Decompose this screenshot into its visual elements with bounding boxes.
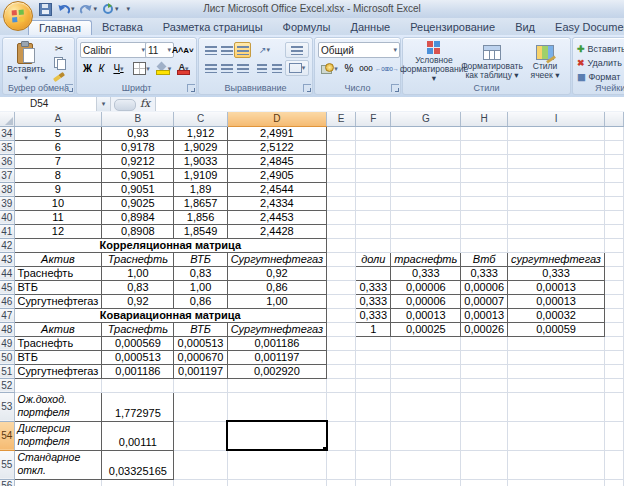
cell-I39[interactable] xyxy=(508,196,605,210)
cell-D41[interactable]: 2,4428 xyxy=(227,224,326,238)
col-header-H[interactable]: H xyxy=(461,112,508,126)
cell-I50[interactable] xyxy=(508,350,605,364)
cell-I47[interactable]: 0,00032 xyxy=(508,308,605,322)
cell-F46[interactable]: 0,333 xyxy=(356,294,391,308)
quick-access-custom-button[interactable]: ▾ xyxy=(101,2,120,16)
insert-cells-button[interactable]: ✚Вставить xyxy=(576,42,624,56)
cell-B44[interactable]: 1,00 xyxy=(102,266,174,280)
cell-H41[interactable] xyxy=(461,224,508,238)
cell-E42[interactable] xyxy=(327,238,356,252)
redo-dropdown-icon[interactable]: ▾ xyxy=(94,5,98,13)
row-header-46[interactable]: 46 xyxy=(0,294,14,308)
cell-A44[interactable]: Траснефть xyxy=(14,266,102,280)
cell-J48[interactable] xyxy=(604,322,623,336)
tab-easy-document-creator[interactable]: Easy Document Creator xyxy=(545,20,624,35)
cell-J46[interactable] xyxy=(604,294,623,308)
cell-I40[interactable] xyxy=(508,210,605,224)
cell-F41[interactable] xyxy=(356,224,391,238)
conditional-formatting-button[interactable]: Условное форматирование ▾ xyxy=(405,40,463,84)
cell-C56[interactable] xyxy=(174,479,227,486)
cell-I42[interactable] xyxy=(508,238,605,252)
cell-J51[interactable] xyxy=(604,364,623,378)
cell-A37[interactable]: 8 xyxy=(14,168,102,182)
cell-F40[interactable] xyxy=(356,210,391,224)
cell-G49[interactable] xyxy=(391,336,461,350)
cell-C51[interactable]: 0,001197 xyxy=(174,364,227,378)
cell-J45[interactable] xyxy=(604,280,623,294)
cell-D43[interactable]: Сургутнефтегаз xyxy=(227,252,326,266)
tab-razmetka[interactable]: Разметка страницы xyxy=(153,20,273,35)
cell-A40[interactable]: 11 xyxy=(14,210,102,224)
cell-G53[interactable] xyxy=(391,392,461,421)
cell-D46[interactable]: 1,00 xyxy=(227,294,326,308)
cell-C43[interactable]: ВТБ xyxy=(174,252,227,266)
cell-F51[interactable] xyxy=(356,364,391,378)
copy-button[interactable] xyxy=(48,55,70,70)
cell-A34[interactable]: 5 xyxy=(14,126,102,140)
cell-F52[interactable] xyxy=(356,378,391,392)
cell-F39[interactable] xyxy=(356,196,391,210)
cell-G43[interactable]: траснефть xyxy=(391,252,461,266)
cell-E36[interactable] xyxy=(327,154,356,168)
cell-B40[interactable]: 0,8984 xyxy=(102,210,174,224)
align-left-button[interactable] xyxy=(202,60,219,76)
cell-G39[interactable] xyxy=(391,196,461,210)
font-color-button[interactable]: А▾ xyxy=(173,60,194,77)
cell-J39[interactable] xyxy=(604,196,623,210)
row-header-53[interactable]: 53 xyxy=(0,392,14,421)
cut-button[interactable]: ✂ xyxy=(48,41,70,56)
cell-H48[interactable]: 0,00026 xyxy=(461,322,508,336)
cell-C36[interactable]: 1,9033 xyxy=(174,154,227,168)
cell-B36[interactable]: 0,9212 xyxy=(102,154,174,168)
cell-D39[interactable]: 2,4334 xyxy=(227,196,326,210)
cell-A35[interactable]: 6 xyxy=(14,140,102,154)
cell-H47[interactable]: 0,00013 xyxy=(461,308,508,322)
row-header-55[interactable]: 55 xyxy=(0,450,14,479)
cell-A52[interactable] xyxy=(14,378,102,392)
align-center-button[interactable] xyxy=(218,60,235,76)
cell-F42[interactable] xyxy=(356,238,391,252)
cell-H53[interactable] xyxy=(461,392,508,421)
cell-J40[interactable] xyxy=(604,210,623,224)
cell-B38[interactable]: 0,9051 xyxy=(102,182,174,196)
formula-input[interactable] xyxy=(155,97,624,111)
cell-J35[interactable] xyxy=(604,140,623,154)
cell-F49[interactable] xyxy=(356,336,391,350)
cell-E56[interactable] xyxy=(327,479,356,486)
cell-J49[interactable] xyxy=(604,336,623,350)
cell-A53[interactable]: Ож.доход. портфеля xyxy=(14,392,102,421)
name-box-dropdown-icon[interactable]: ▾ xyxy=(97,97,111,111)
cell-F43[interactable]: доли xyxy=(356,252,391,266)
select-all-corner[interactable] xyxy=(0,112,14,126)
cell-J52[interactable] xyxy=(604,378,623,392)
cell-B50[interactable]: 0,000513 xyxy=(102,350,174,364)
cell-J34[interactable] xyxy=(604,126,623,140)
col-header-I[interactable]: I xyxy=(508,112,605,126)
cell-G54[interactable] xyxy=(391,421,461,450)
cell-H36[interactable] xyxy=(461,154,508,168)
name-box[interactable]: D54 xyxy=(0,97,97,111)
row-header-42[interactable]: 42 xyxy=(0,238,14,252)
cell-G34[interactable] xyxy=(391,126,461,140)
cell-E47[interactable] xyxy=(327,308,356,322)
row-header-52[interactable]: 52 xyxy=(0,378,14,392)
cell-F34[interactable] xyxy=(356,126,391,140)
cell-H44[interactable]: 0,333 xyxy=(461,266,508,280)
cell-C44[interactable]: 0,83 xyxy=(174,266,227,280)
merge-center-button[interactable]: ▾ xyxy=(285,60,309,76)
cell-J56[interactable] xyxy=(604,479,623,486)
cell-H52[interactable] xyxy=(461,378,508,392)
cell-D51[interactable]: 0,002920 xyxy=(227,364,326,378)
undo-button[interactable]: ▾ xyxy=(56,2,76,16)
cell-A46[interactable]: Сургутнефтегаз xyxy=(14,294,102,308)
cell-A48[interactable]: Актив xyxy=(14,322,102,336)
cell-F56[interactable] xyxy=(356,479,391,486)
alignment-dialog-launcher-icon[interactable] xyxy=(303,84,311,92)
cell-E44[interactable] xyxy=(327,266,356,280)
cell-J44[interactable] xyxy=(604,266,623,280)
cell-G36[interactable] xyxy=(391,154,461,168)
row-header-51[interactable]: 51 xyxy=(0,364,14,378)
cell-H35[interactable] xyxy=(461,140,508,154)
decrease-indent-button[interactable] xyxy=(254,60,270,76)
cell-I41[interactable] xyxy=(508,224,605,238)
